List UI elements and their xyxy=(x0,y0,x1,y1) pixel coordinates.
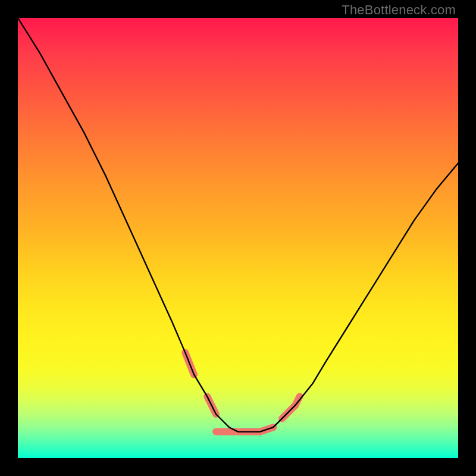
plot-area xyxy=(18,18,458,458)
chart-svg xyxy=(18,18,458,458)
chart-frame: TheBottleneck.com xyxy=(0,0,476,476)
highlight-layer xyxy=(185,352,299,431)
curve-layer xyxy=(18,18,458,432)
watermark-text: TheBottleneck.com xyxy=(342,2,456,18)
bottleneck-curve xyxy=(18,18,458,432)
